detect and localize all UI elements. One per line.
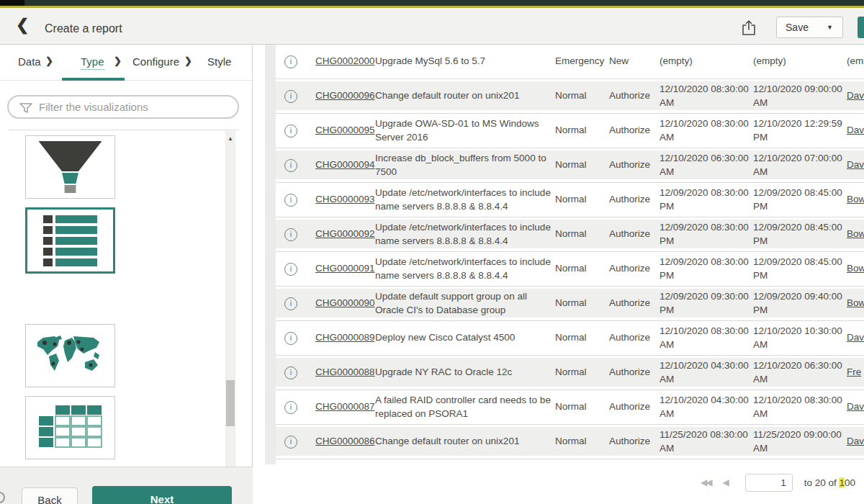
change-number-link[interactable]: CHG0000088 [315,356,377,390]
change-number-link[interactable]: CHG0000096 [315,79,377,113]
table-row: CHG0000096 Change default router on unix… [276,79,864,114]
change-number-link[interactable]: CHG0002000 [315,45,377,78]
priority-cell: Normal [555,390,607,424]
short-description-cell: Update /etc/network/interfaces to includ… [375,252,555,286]
planned-end-cell: 11/25/2020 09:00:00 AM [753,425,844,459]
assignee-cell[interactable]: Dav [847,425,864,459]
priority-cell: Normal [555,252,607,286]
previous-page-icon[interactable]: ◀ [722,477,727,487]
change-number-link[interactable]: CHG0000093 [315,183,377,217]
back-button[interactable]: Back [22,487,78,504]
state-cell: Authorize [609,287,661,320]
assignee-cell[interactable]: (empty) [847,45,864,78]
state-cell: Authorize [609,79,661,113]
info-icon[interactable] [284,194,297,207]
assignee-cell[interactable]: Bow [847,217,864,251]
scrollbar-thumb[interactable] [226,380,235,426]
info-icon[interactable] [284,159,297,172]
info-icon[interactable] [284,125,297,138]
change-number-link[interactable]: CHG0000091 [315,252,377,286]
planned-end-cell: 12/10/2020 06:30:00 AM [753,356,844,390]
table-row: CHG0000088 Upgrade NY RAC to Oracle 12c … [276,356,864,390]
table-row: CHG0000093 Update /etc/network/interface… [276,183,864,217]
assignee-cell[interactable]: Dav [847,390,864,424]
save-dropdown-button[interactable]: ▼ [817,17,843,38]
filter-input[interactable] [37,99,230,115]
list-separator [9,130,239,130]
planned-start-cell: 12/09/2020 08:30:00 PM [660,183,750,217]
short-description-cell: Deploy new Cisco Catalyst 4500 [375,321,555,355]
change-table-body: CHG0002000 Upgrade MySql 5.6 to 5.7 Emer… [276,45,864,459]
viz-type-world-map[interactable] [25,324,115,387]
first-page-icon[interactable]: ◀◀ [701,477,711,487]
planned-end-cell: 12/10/2020 09:00:00 AM [753,79,844,113]
row-info-cell [284,79,306,113]
wizard-step-configure[interactable]: Configure [132,55,179,68]
assignee-cell[interactable]: Dav [847,114,864,148]
viz-list-scrollbar[interactable]: ▲ ▼ [225,131,235,504]
row-info-cell [284,183,306,217]
change-number-link[interactable]: CHG0000089 [315,321,377,355]
planned-end-cell: (empty) [753,45,844,78]
back-chevron-icon[interactable]: ❮ [16,17,29,33]
state-cell: Authorize [609,114,661,148]
wizard-step-data[interactable]: Data [18,55,41,68]
share-icon[interactable] [740,19,757,37]
priority-cell: Normal [555,114,607,148]
info-icon[interactable] [284,55,297,68]
change-number-link[interactable]: CHG0000092 [315,217,377,251]
change-number-link[interactable]: CHG0000094 [315,148,377,182]
assignee-cell[interactable]: Fre [847,356,864,390]
priority-cell: Emergency [555,45,607,78]
wizard-step-type[interactable]: Type [81,55,104,70]
scroll-up-icon[interactable]: ▲ [225,134,235,144]
change-number-link[interactable]: CHG0000090 [315,287,377,320]
chevron-right-icon: ❯ [45,55,53,66]
save-button[interactable]: Save [776,17,818,38]
row-info-cell [284,252,306,286]
assignee-cell[interactable]: Dav [847,321,864,355]
info-icon[interactable] [284,366,297,379]
info-icon[interactable] [284,401,297,414]
row-info-cell [284,287,306,320]
planned-start-cell: 12/09/2020 08:30:00 PM [660,217,750,251]
info-icon[interactable] [284,228,297,241]
row-info-cell [284,321,306,355]
report-type-panel: Data ❯ Type ❯ Configure ❯ Style [0,45,253,504]
info-icon[interactable] [284,90,297,103]
info-icon[interactable] [284,297,297,310]
change-number-link[interactable]: CHG0000095 [315,114,377,148]
wizard-step-style[interactable]: Style [207,55,231,68]
planned-start-cell: 12/10/2020 08:30:00 AM [660,114,750,148]
list-chart-icon [43,215,97,266]
run-button-partial[interactable] [858,17,864,38]
next-button[interactable]: Next [92,486,232,504]
assignee-cell[interactable]: Bow [847,183,864,217]
page-number-input[interactable] [745,474,793,492]
state-cell: Authorize [609,148,661,182]
assignee-cell[interactable]: Dav [847,79,864,113]
priority-cell: Normal [555,425,607,459]
change-number-link[interactable]: CHG0000087 [315,390,377,424]
header-bar: ❮ Create a report Save ▼ [0,8,864,45]
state-cell: Authorize [609,356,661,390]
row-info-cell [284,425,306,459]
viz-type-heatmap-table[interactable] [25,396,115,459]
assignee-cell[interactable]: Bow [847,287,864,320]
info-icon[interactable] [284,332,297,345]
priority-cell: Normal [555,356,607,390]
info-icon[interactable] [284,263,297,276]
planned-start-cell: 12/10/2020 04:30:00 AM [660,390,750,424]
assignee-cell[interactable]: Bow [847,252,864,286]
filter-funnel-icon [19,101,33,118]
row-range-text: to 20 of 100 [804,477,855,488]
assignee-cell[interactable]: Dav [847,148,864,182]
viz-type-funnel[interactable] [25,135,115,199]
short-description-cell: Upgrade NY RAC to Oracle 12c [375,356,555,390]
info-icon[interactable] [284,436,297,449]
change-number-link[interactable]: CHG0000086 [315,425,377,459]
viz-type-list[interactable] [25,207,115,274]
short-description-cell: Upgrade OWA-SD-01 to MS Windows Server 2… [375,114,555,148]
planned-end-cell: 12/09/2020 08:45:00 PM [753,252,844,286]
row-info-cell [284,45,306,78]
